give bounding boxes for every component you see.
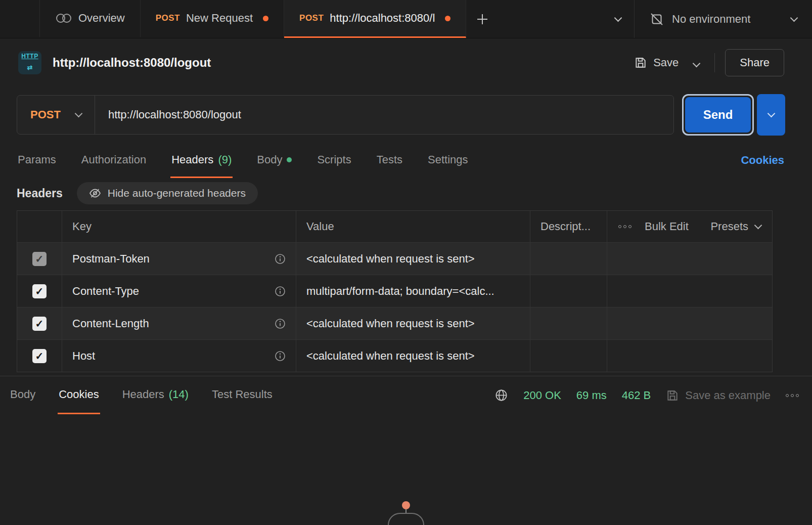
- row-actions-cell: [607, 340, 772, 372]
- row-checkbox-cell: [17, 340, 62, 372]
- response-size[interactable]: 462 B: [622, 389, 651, 402]
- row-value-cell[interactable]: <calculated when request is sent>: [296, 243, 530, 275]
- info-icon[interactable]: [275, 253, 286, 265]
- url-input[interactable]: [95, 96, 673, 134]
- row-key-cell[interactable]: Postman-Token: [62, 243, 296, 275]
- unsaved-indicator-dot: [445, 16, 450, 21]
- floppy-save-icon: [666, 389, 679, 402]
- row-actions-cell: [607, 308, 772, 339]
- presets-label: Presets: [710, 220, 748, 233]
- astronaut-illustration: [388, 501, 424, 525]
- globe-icon[interactable]: [494, 388, 508, 402]
- row-value-cell[interactable]: <calculated when request is sent>: [296, 340, 530, 372]
- new-tab-button[interactable]: [466, 0, 499, 38]
- header-divider: [714, 53, 715, 72]
- headers-table: Key Value Descript... Bulk Edit Presets: [17, 210, 773, 372]
- row-description-cell[interactable]: [530, 340, 607, 372]
- info-icon[interactable]: [275, 318, 286, 329]
- row-description-cell[interactable]: [530, 308, 607, 339]
- tab-tests[interactable]: Tests: [376, 143, 403, 178]
- row-checkbox[interactable]: [32, 284, 47, 298]
- response-tab-headers[interactable]: Headers (14): [121, 376, 190, 414]
- row-checkbox[interactable]: [32, 349, 47, 363]
- response-tab-headers-label: Headers: [122, 388, 164, 401]
- method-dropdown[interactable]: POST: [17, 96, 95, 134]
- column-key-label: Key: [72, 220, 92, 233]
- tab-params[interactable]: Params: [17, 143, 57, 178]
- illustration-antenna-dot: [402, 501, 410, 509]
- hide-auto-generated-label: Hide auto-generated headers: [108, 187, 246, 199]
- save-options-chevron[interactable]: [689, 53, 704, 72]
- share-button[interactable]: Share: [725, 49, 784, 76]
- tab-settings[interactable]: Settings: [427, 143, 469, 178]
- plus-icon: [476, 13, 489, 26]
- row-checkbox[interactable]: [32, 252, 47, 266]
- tabbar-spacer: [499, 0, 602, 38]
- response-tab-body[interactable]: Body: [9, 376, 36, 414]
- response-tab-cookies[interactable]: Cookies: [58, 376, 100, 414]
- request-header: HTTP http://localhost:8080/logout Save S…: [0, 38, 812, 87]
- tab-tests-label: Tests: [377, 153, 402, 166]
- send-button[interactable]: Send: [685, 97, 751, 133]
- header-value: <calculated when request is sent>: [306, 349, 475, 363]
- method-dropdown-value: POST: [30, 108, 61, 121]
- tab-authorization-label: Authorization: [81, 153, 146, 166]
- row-key-cell[interactable]: Content-Type: [62, 275, 296, 307]
- http-arrows-icon: [27, 60, 33, 73]
- more-options-icon[interactable]: [618, 225, 631, 228]
- info-icon[interactable]: [275, 351, 286, 362]
- tab-headers[interactable]: Headers (9): [170, 143, 233, 178]
- tab-list-dropdown-button[interactable]: [602, 0, 634, 38]
- chevron-down-icon: [767, 110, 775, 118]
- tab-logout-request-label: http://localhost:8080/l: [330, 12, 435, 25]
- tab-params-label: Params: [18, 153, 56, 166]
- response-time[interactable]: 69 ms: [576, 389, 607, 402]
- select-all-column: [17, 211, 62, 242]
- table-row: Content-Length <calculated when request …: [17, 307, 772, 339]
- row-key-cell[interactable]: Content-Length: [62, 308, 296, 339]
- header-value: <calculated when request is sent>: [306, 317, 475, 330]
- response-body: [0, 414, 812, 525]
- send-split-button: Send: [682, 94, 785, 136]
- row-key-cell[interactable]: Host: [62, 340, 296, 372]
- response-more-options-icon[interactable]: [786, 394, 799, 397]
- unsaved-indicator-dot: [263, 16, 268, 21]
- row-value-cell[interactable]: multipart/form-data; boundary=<calc...: [296, 275, 530, 307]
- bulk-edit-button[interactable]: Bulk Edit: [645, 220, 689, 233]
- postman-app: Overview POST New Request POST http://lo…: [0, 0, 812, 525]
- illustration-head-arc: [388, 513, 424, 525]
- tab-scripts[interactable]: Scripts: [316, 143, 352, 178]
- column-value-label: Value: [306, 220, 334, 233]
- save-button[interactable]: Save: [634, 56, 679, 69]
- table-row: Postman-Token <calculated when request i…: [17, 242, 772, 275]
- row-description-cell[interactable]: [530, 275, 607, 307]
- tab-headers-label: Headers: [171, 153, 213, 166]
- response-tab-test-results[interactable]: Test Results: [211, 376, 274, 414]
- response-meta: 200 OK 69 ms 462 B Save as example: [494, 376, 799, 414]
- column-header-value: Value: [296, 211, 530, 242]
- tab-authorization[interactable]: Authorization: [80, 143, 147, 178]
- environment-selector[interactable]: No environment: [634, 0, 812, 38]
- row-actions-cell: [607, 275, 772, 307]
- presets-dropdown[interactable]: Presets: [710, 220, 761, 233]
- tab-logout-request[interactable]: POST http://localhost:8080/l: [284, 0, 466, 38]
- url-box: POST: [17, 95, 674, 135]
- status-badge[interactable]: 200 OK: [523, 389, 561, 402]
- info-icon[interactable]: [275, 286, 286, 297]
- tab-new-request[interactable]: POST New Request: [141, 0, 284, 38]
- row-checkbox[interactable]: [32, 317, 47, 331]
- response-tab-cookies-label: Cookies: [59, 388, 99, 401]
- cookies-link[interactable]: Cookies: [741, 154, 784, 167]
- row-description-cell[interactable]: [530, 243, 607, 275]
- hide-auto-generated-button[interactable]: Hide auto-generated headers: [77, 182, 258, 204]
- save-as-example-button[interactable]: Save as example: [666, 389, 771, 402]
- chevron-down-icon: [75, 110, 83, 118]
- table-row: Content-Type multipart/form-data; bounda…: [17, 275, 772, 307]
- send-options-button[interactable]: [757, 94, 785, 136]
- tab-overview[interactable]: Overview: [39, 0, 141, 38]
- tab-method-badge: POST: [299, 13, 324, 23]
- http-request-badge: HTTP: [18, 51, 41, 74]
- row-value-cell[interactable]: <calculated when request is sent>: [296, 308, 530, 339]
- tab-body[interactable]: Body: [256, 143, 293, 178]
- header-key: Content-Type: [72, 285, 139, 298]
